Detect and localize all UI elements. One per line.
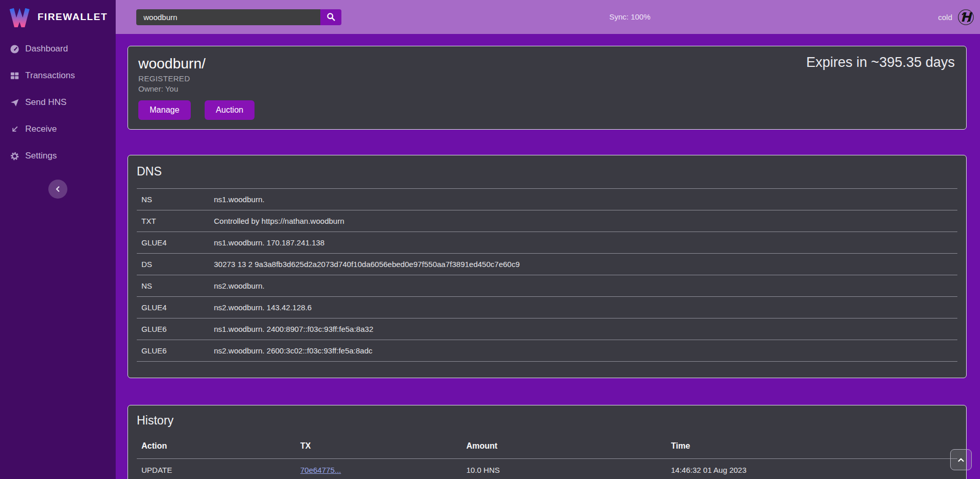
dns-record-value: 30273 13 2 9a3a8fb3d625d2a2073d740f10da6… <box>214 260 957 269</box>
history-col-tx: TX <box>300 441 466 451</box>
dns-record-type: GLUE6 <box>141 325 214 333</box>
scroll-to-top-button[interactable] <box>950 449 972 470</box>
dns-record-row: GLUE4 ns1.woodburn. 170.187.241.138 <box>137 232 957 254</box>
history-title: History <box>137 414 957 428</box>
dns-record-type: TXT <box>141 217 214 225</box>
dns-record-row: TXT Controlled by https://nathan.woodbur… <box>137 210 957 232</box>
chevron-up-icon <box>956 455 966 465</box>
dns-record-row: NS ns1.woodburn. <box>137 189 957 210</box>
history-rows: UPDATE 70e64775... 10.0 HNS 14:46:32 01 … <box>137 459 957 479</box>
domain-card: woodburn/ REGISTERED Owner: You Manage A… <box>128 46 967 130</box>
sidebar-item-label: Settings <box>25 151 57 161</box>
history-col-action: Action <box>141 441 300 451</box>
search-input[interactable] <box>136 9 320 25</box>
dns-record-type: NS <box>141 195 214 204</box>
dns-record-value: ns2.woodburn. <box>214 281 957 290</box>
dns-title: DNS <box>137 165 957 179</box>
dns-record-row: NS ns2.woodburn. <box>137 275 957 297</box>
history-amount-cell: 10.0 HNS <box>466 466 671 474</box>
wallet-name: cold <box>938 13 952 22</box>
sidebar-collapse-button[interactable] <box>48 180 67 199</box>
domain-status: REGISTERED <box>138 74 956 83</box>
dns-record-value: ns2.woodburn. 2600:3c02::f03c:93ff:fe5a:… <box>214 346 957 355</box>
sidebar-item-dashboard[interactable]: Dashboard <box>0 36 116 62</box>
sync-status: Sync: 100% <box>609 0 650 34</box>
dns-record-type: GLUE4 <box>141 303 214 312</box>
sidebar-item-send-hns[interactable]: Send HNS <box>0 89 116 116</box>
dns-card: DNS NS ns1.woodburn. TXT Controlled by h… <box>128 155 967 378</box>
search-icon <box>326 12 336 22</box>
sidebar-item-label: Receive <box>25 124 57 134</box>
sidebar: FIREWALLET Dashboard Transactions Send H… <box>0 0 116 479</box>
history-row: UPDATE 70e64775... 10.0 HNS 14:46:32 01 … <box>137 459 957 479</box>
handshake-logo-icon[interactable]: H <box>957 9 974 26</box>
dns-record-type: NS <box>141 281 214 290</box>
dns-record-value: ns1.woodburn. 2400:8907::f03c:93ff:fe5a:… <box>214 325 957 333</box>
chevron-left-icon <box>54 185 62 193</box>
history-action-cell: UPDATE <box>141 466 300 474</box>
sidebar-item-label: Transactions <box>25 70 75 81</box>
history-header-row: Action TX Amount Time <box>137 437 957 459</box>
dns-record-row: GLUE4 ns2.woodburn. 143.42.128.6 <box>137 297 957 318</box>
history-col-time: Time <box>671 441 957 451</box>
expires-label: Expires in ~395.35 days <box>806 55 955 70</box>
brand-name: FIREWALLET <box>38 11 107 23</box>
brand: FIREWALLET <box>0 0 116 34</box>
svg-text:H: H <box>960 9 972 24</box>
wallet-indicator: cold H <box>938 9 980 26</box>
sidebar-item-label: Dashboard <box>25 44 68 54</box>
dns-records: NS ns1.woodburn. TXT Controlled by https… <box>137 188 957 362</box>
dns-record-row: GLUE6 ns2.woodburn. 2600:3c02::f03c:93ff… <box>137 340 957 362</box>
gear-icon <box>10 151 20 161</box>
dns-record-row: DS 30273 13 2 9a3a8fb3d625d2a2073d740f10… <box>137 254 957 275</box>
tx-link[interactable]: 70e64775... <box>300 466 341 474</box>
auction-button[interactable]: Auction <box>205 100 255 120</box>
sidebar-item-label: Send HNS <box>25 97 66 108</box>
history-time-cell: 14:46:32 01 Aug 2023 <box>671 466 957 474</box>
dns-record-type: DS <box>141 260 214 269</box>
dns-record-value: ns2.woodburn. 143.42.128.6 <box>214 303 957 312</box>
history-card: History Action TX Amount Time UPDATE 70e… <box>128 405 967 479</box>
domain-owner: Owner: You <box>138 84 956 93</box>
sidebar-item-transactions[interactable]: Transactions <box>0 62 116 89</box>
manage-button[interactable]: Manage <box>138 100 191 120</box>
dns-record-value: ns1.woodburn. <box>214 195 957 204</box>
dns-record-value: Controlled by https://nathan.woodburn <box>214 217 957 225</box>
paper-plane-icon <box>10 98 20 108</box>
topbar: Sync: 100% cold H <box>116 0 980 34</box>
dns-record-type: GLUE6 <box>141 346 214 355</box>
sidebar-nav: Dashboard Transactions Send HNS Receive … <box>0 34 116 169</box>
table-icon <box>10 71 20 81</box>
firewallet-logo-icon <box>8 7 31 27</box>
speedometer-icon <box>10 44 20 54</box>
main-content: woodburn/ REGISTERED Owner: You Manage A… <box>116 34 980 479</box>
history-col-amount: Amount <box>466 441 671 451</box>
dns-record-value: ns1.woodburn. 170.187.241.138 <box>214 238 957 247</box>
dns-record-type: GLUE4 <box>141 238 214 247</box>
sidebar-item-settings[interactable]: Settings <box>0 143 116 169</box>
dns-record-row: GLUE6 ns1.woodburn. 2400:8907::f03c:93ff… <box>137 318 957 340</box>
arrow-down-left-icon <box>10 125 20 134</box>
search-group <box>136 9 341 25</box>
sidebar-item-receive[interactable]: Receive <box>0 116 116 143</box>
search-button[interactable] <box>320 9 341 25</box>
